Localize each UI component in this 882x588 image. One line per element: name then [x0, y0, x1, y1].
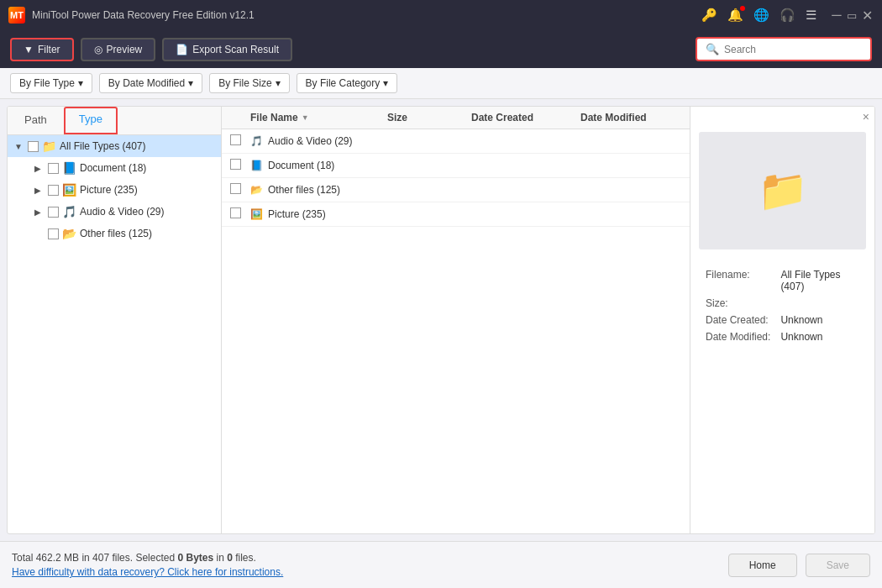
expand-icon-doc: ▶ — [34, 164, 45, 173]
main-wrapper: ▼ Filter ◎ Preview 📄 Export Scan Result … — [0, 30, 882, 588]
filter-button[interactable]: ▼ Filter — [10, 38, 74, 61]
end-text: files. — [233, 552, 256, 564]
save-button[interactable]: Save — [806, 554, 870, 577]
filter-date-modified[interactable]: By Date Modified ▾ — [99, 73, 202, 93]
title-icons: 🔑 🔔 🌐 🎧 ☰ — [701, 8, 816, 23]
checkbox-pic[interactable] — [48, 185, 59, 196]
preview-close-button[interactable]: × — [863, 110, 869, 123]
filter-file-type[interactable]: By File Type ▾ — [10, 73, 92, 93]
preview-button[interactable]: ◎ Preview — [81, 38, 156, 61]
filter-bar: By File Type ▾ By Date Modified ▾ By Fil… — [0, 68, 882, 99]
checkbox-root[interactable] — [28, 141, 39, 152]
created-value: Unknown — [777, 312, 863, 328]
header-filename[interactable]: File Name ▼ — [250, 112, 387, 123]
maximize-icon[interactable]: ▭ — [845, 8, 858, 22]
left-panel: Path Type ▼ 📁 All File Types (407) ▶ — [8, 107, 222, 533]
date-modified-label: By Date Modified — [108, 77, 185, 89]
row-checkbox-4[interactable] — [230, 207, 241, 218]
preview-panel: × 📁 Filename: All File Types (407) Size:… — [690, 107, 874, 533]
tab-path[interactable]: Path — [8, 107, 64, 134]
filter-file-category[interactable]: By File Category ▾ — [297, 73, 398, 93]
title-bar: MT MiniTool Power Data Recovery Free Edi… — [0, 0, 882, 30]
row-checkbox-3[interactable] — [230, 183, 241, 194]
tree-item-av[interactable]: ▶ 🎵 Audio & Video (29) — [28, 201, 221, 223]
globe-icon[interactable]: 🌐 — [753, 8, 769, 23]
table-row[interactable]: 🖼️ Picture (235) — [222, 202, 690, 227]
close-icon[interactable]: ✕ — [860, 8, 874, 22]
export-button[interactable]: 📄 Export Scan Result — [162, 38, 292, 61]
headset-icon[interactable]: 🎧 — [780, 8, 795, 23]
tree-item-picture[interactable]: ▶ 🖼️ Picture (235) — [28, 179, 221, 201]
preview-details: Filename: All File Types (407) Size: Dat… — [690, 258, 874, 354]
notification-dot — [740, 6, 745, 11]
row-checkbox-2[interactable] — [230, 159, 241, 170]
total-text: Total 462.2 MB in 407 files. Selected — [12, 552, 177, 564]
preview-image-area: 📁 — [699, 132, 866, 249]
row-icon-3: 📂 — [250, 184, 263, 196]
preview-icon: ◎ — [94, 44, 102, 55]
app-title: MiniTool Power Data Recovery Free Editio… — [32, 9, 701, 21]
toolbar: ▼ Filter ◎ Preview 📄 Export Scan Result … — [0, 30, 882, 68]
preview-folder-icon: 📁 — [758, 167, 808, 214]
export-icon: 📄 — [176, 44, 188, 55]
filter-label: Filter — [38, 44, 60, 55]
pic-icon: 🖼️ — [62, 183, 76, 197]
row-icon-4: 🖼️ — [250, 208, 263, 220]
dropdown-arrow-3: ▾ — [276, 77, 281, 89]
preview-label: Preview — [107, 44, 143, 55]
window-controls: ─ ▭ ✕ — [830, 8, 874, 22]
file-size-label: By File Size — [218, 77, 271, 89]
header-size[interactable]: Size — [387, 112, 471, 123]
row-name-1: Audio & Video (29) — [268, 135, 353, 147]
tree-item-document[interactable]: ▶ 📘 Document (18) — [28, 157, 221, 179]
expand-icon-root: ▼ — [14, 142, 24, 151]
tree-item-root[interactable]: ▼ 📁 All File Types (407) — [8, 135, 221, 157]
search-box: 🔍 — [696, 37, 872, 61]
filter-icon: ▼ — [24, 44, 34, 55]
tree-label-other: Other files (125) — [80, 228, 152, 239]
export-label: Export Scan Result — [192, 44, 279, 55]
table-row[interactable]: 📘 Document (18) — [222, 154, 690, 178]
row-icon-2: 📘 — [250, 160, 263, 171]
file-list-panel: File Name ▼ Size Date Created Date Modif… — [222, 107, 690, 533]
file-list-body: 🎵 Audio & Video (29) 📘 Document (18) — [222, 129, 690, 533]
filter-file-size[interactable]: By File Size ▾ — [209, 73, 289, 93]
home-button[interactable]: Home — [728, 554, 797, 577]
status-total-text: Total 462.2 MB in 407 files. Selected 0 … — [12, 552, 283, 564]
status-left: Total 462.2 MB in 407 files. Selected 0 … — [12, 552, 283, 578]
sort-arrow-name: ▼ — [302, 113, 309, 122]
help-link[interactable]: Have difficulty with data recovery? Clic… — [12, 566, 283, 578]
row-checkbox-1[interactable] — [230, 134, 241, 145]
expand-icon-pic: ▶ — [34, 186, 45, 195]
minimize-icon[interactable]: ─ — [830, 8, 843, 22]
size-value — [777, 295, 863, 312]
other-icon: 📂 — [62, 227, 76, 240]
search-input[interactable] — [724, 44, 862, 55]
av-icon: 🎵 — [62, 205, 76, 218]
row-name-4: Picture (235) — [268, 208, 326, 220]
expand-icon-av: ▶ — [34, 207, 45, 217]
folder-icon-root: 📁 — [42, 139, 56, 153]
bell-icon[interactable]: 🔔 — [727, 8, 743, 23]
content-area: Path Type ▼ 📁 All File Types (407) ▶ — [7, 106, 875, 534]
table-row[interactable]: 📂 Other files (125) — [222, 178, 690, 202]
tab-type[interactable]: Type — [64, 107, 118, 134]
table-row[interactable]: 🎵 Audio & Video (29) — [222, 129, 690, 154]
checkbox-doc[interactable] — [48, 163, 59, 174]
header-modified[interactable]: Date Modified — [580, 112, 681, 123]
row-icon-1: 🎵 — [250, 135, 263, 147]
menu-icon[interactable]: ☰ — [806, 8, 816, 23]
tree-label-av: Audio & Video (29) — [80, 206, 165, 218]
key-icon[interactable]: 🔑 — [701, 8, 717, 23]
checkbox-av[interactable] — [48, 207, 59, 218]
header-created[interactable]: Date Created — [471, 112, 580, 123]
tree-label-pic: Picture (235) — [80, 184, 138, 196]
created-label: Date Created: — [702, 312, 777, 328]
app-icon: MT — [8, 7, 25, 24]
file-type-label: By File Type — [19, 77, 75, 89]
checkbox-other[interactable] — [48, 228, 59, 239]
tabs-row: Path Type — [8, 107, 221, 135]
size-label: Size: — [702, 295, 777, 312]
tree-item-other[interactable]: ▶ 📂 Other files (125) — [28, 223, 221, 244]
dropdown-arrow-2: ▾ — [188, 77, 193, 89]
